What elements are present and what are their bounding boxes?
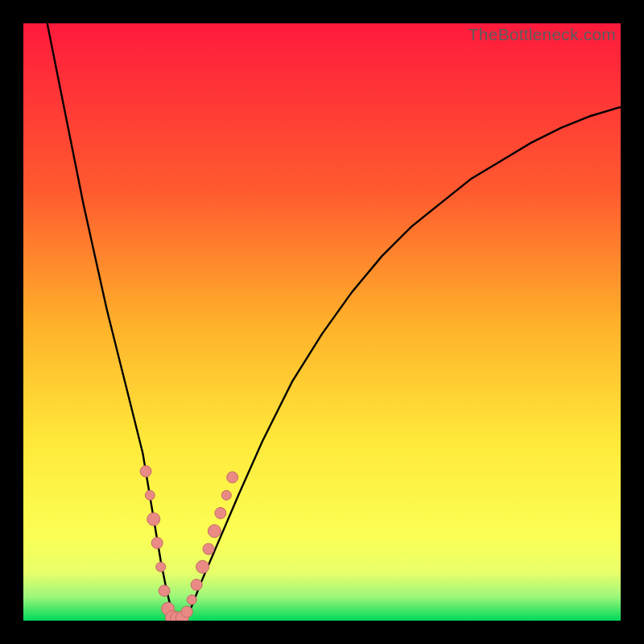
data-marker [191,580,202,591]
data-marker [147,513,160,526]
data-marker [215,507,226,518]
data-marker [196,560,209,573]
data-marker [140,466,151,477]
data-marker [156,562,166,572]
data-marker [159,585,170,597]
data-marker [181,606,192,617]
data-marker [208,525,221,538]
chart-frame: TheBottleneck.com [23,23,621,621]
curve-markers [140,466,238,621]
bottleneck-curve [47,23,621,621]
data-marker [221,490,231,500]
data-marker [145,490,155,500]
data-marker [151,538,163,549]
data-marker [187,595,196,605]
data-marker [203,543,214,555]
watermark-text: TheBottleneck.com [469,25,616,44]
data-marker [227,472,238,483]
bottleneck-chart [23,23,621,621]
